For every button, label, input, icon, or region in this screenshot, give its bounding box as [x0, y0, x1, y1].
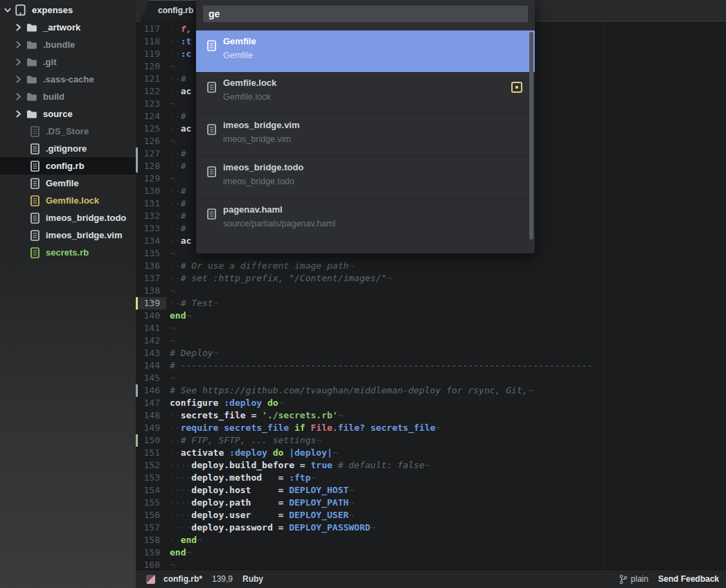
overlay-scrollbar[interactable]: [529, 32, 533, 240]
code-line-137[interactable]: 137··# set :http_prefix, "/Content/image…: [136, 272, 726, 285]
code-line-159[interactable]: 159end¬: [136, 546, 726, 559]
line-number: 123: [136, 98, 166, 110]
sidebar-item-label: Gemfile.lock: [46, 195, 99, 206]
line-text: ··#: [170, 210, 191, 222]
line-number: 132: [136, 210, 166, 222]
sidebar-item-imeos-bridge-vim[interactable]: imeos_bridge.vim: [0, 226, 136, 244]
chevron-right-icon[interactable]: [15, 41, 22, 48]
code-line-149[interactable]: 149··require secrets_file if File.file? …: [136, 422, 726, 434]
sidebar-item-build[interactable]: build: [0, 88, 136, 105]
result-title: Gemfile.lock: [223, 78, 276, 88]
code-line-151[interactable]: 151··activate :deploy do |deploy|¬: [136, 447, 726, 459]
chevron-right-icon[interactable]: [15, 75, 22, 83]
line-number: 125: [136, 123, 166, 135]
sidebar-item-source[interactable]: source: [0, 105, 136, 123]
code-line-142[interactable]: 142¬: [136, 335, 726, 347]
sidebar-item-imeos-bridge-todo[interactable]: imeos_bridge.todo: [0, 209, 136, 226]
code-line-158[interactable]: 158··end¬: [136, 534, 726, 546]
line-text: ····deploy.host = DEPLOY_HOST¬: [170, 484, 354, 497]
folder-icon: [26, 92, 37, 101]
document-icon: [30, 178, 39, 189]
document-icon: [207, 82, 216, 96]
gutter-change-marker: [136, 160, 138, 172]
folder-icon: [26, 40, 37, 49]
code-line-160[interactable]: 160¬: [136, 559, 726, 570]
code-line-154[interactable]: 154····deploy.host = DEPLOY_HOST¬: [136, 484, 726, 497]
line-number: 128: [136, 160, 166, 172]
chevron-right-icon[interactable]: [15, 58, 22, 66]
line-number: 129: [136, 172, 166, 185]
code-line-147[interactable]: 147configure :deploy do¬: [136, 397, 726, 409]
line-number: 157: [136, 522, 166, 534]
code-line-148[interactable]: 148··secrets_file = './secrets.rb'¬: [136, 409, 726, 422]
statusbar-branch-label[interactable]: plain: [631, 574, 648, 584]
fuzzy-result-imeos-bridge-vim[interactable]: imeos_bridge.vimimeos_bridge.vim: [196, 114, 535, 156]
fuzzy-finder-input[interactable]: [203, 6, 528, 22]
sidebar-item-label: config.rb: [46, 161, 85, 171]
result-path: Gemfile: [223, 51, 253, 60]
fuzzy-finder-results: GemfileGemfileGemfile.lockGemfile.lockim…: [196, 30, 535, 240]
line-text: ··#: [170, 110, 191, 123]
sidebar-item-label: .bundle: [43, 39, 75, 50]
line-text: ··:c: [170, 48, 191, 60]
sidebar-item--bundle[interactable]: .bundle: [0, 36, 136, 53]
line-number: 147: [136, 397, 166, 409]
code-line-144[interactable]: 144# -----------------------------------…: [136, 359, 726, 372]
line-text: ····deploy.method = :ftp¬: [170, 472, 316, 484]
code-line-143[interactable]: 143# Deploy¬: [136, 347, 726, 359]
line-text: ··# Or use a different image path¬: [170, 260, 354, 272]
sidebar-item--gitignore[interactable]: .gitignore: [0, 140, 136, 157]
chevron-right-icon[interactable]: [15, 93, 22, 100]
line-text: ··#: [170, 197, 191, 210]
result-title: pagenav.haml: [223, 204, 283, 215]
code-line-146[interactable]: 146# See https://github.com/tvaughan/mid…: [136, 384, 726, 397]
tab-config-rb[interactable]: config.rb: [140, 0, 204, 21]
fuzzy-result-gemfile-lock[interactable]: Gemfile.lockGemfile.lock: [196, 72, 535, 114]
code-line-140[interactable]: 140end¬: [136, 310, 726, 322]
sidebar-item--sass-cache[interactable]: .sass-cache: [0, 71, 136, 88]
line-text: ¬: [170, 98, 175, 110]
code-line-152[interactable]: 152····deploy.build_before = true # defa…: [136, 459, 726, 472]
code-line-138[interactable]: 138¬: [136, 285, 726, 297]
chevron-down-icon[interactable]: [4, 8, 11, 13]
sidebar-item-config-rb[interactable]: config.rb: [0, 157, 136, 175]
result-path: Gemfile.lock: [223, 92, 271, 102]
code-line-145[interactable]: 145¬: [136, 372, 726, 384]
fuzzy-result-gemfile[interactable]: GemfileGemfile: [196, 30, 535, 72]
line-number: 152: [136, 459, 166, 472]
sidebar-item-label: _artwork: [43, 22, 80, 33]
code-line-157[interactable]: 157····deploy.password = DEPLOY_PASSWORD…: [136, 522, 726, 534]
gutter-change-marker: [136, 434, 138, 447]
code-line-153[interactable]: 153····deploy.method = :ftp¬: [136, 472, 726, 484]
sidebar-item-secrets-rb[interactable]: secrets.rb: [0, 244, 136, 261]
fuzzy-result-imeos-bridge-todo[interactable]: imeos_bridge.todoimeos_bridge.todo: [196, 156, 535, 198]
sidebar-item--artwork[interactable]: _artwork: [0, 19, 136, 36]
sidebar-item--git[interactable]: .git: [0, 53, 136, 71]
document-icon: [207, 40, 216, 54]
document-icon: [30, 213, 39, 224]
send-feedback-button[interactable]: Send Feedback: [658, 574, 719, 584]
line-text: end¬: [170, 546, 191, 559]
line-number: 139: [136, 297, 166, 310]
code-line-136[interactable]: 136··# Or use a different image path¬: [136, 260, 726, 272]
fuzzy-finder-overlay: GemfileGemfileGemfile.lockGemfile.lockim…: [196, 0, 535, 253]
document-icon: [30, 247, 39, 258]
document-icon: [30, 126, 39, 137]
chevron-right-icon[interactable]: [15, 24, 22, 31]
fuzzy-result-pagenav-haml[interactable]: pagenav.hamlsource/partials/pagenav.haml: [196, 198, 535, 240]
code-line-156[interactable]: 156····deploy.user = DEPLOY_USER¬: [136, 509, 726, 522]
statusbar-language[interactable]: Ruby: [242, 574, 263, 584]
line-number: 156: [136, 509, 166, 522]
sidebar-item-gemfile-lock[interactable]: Gemfile.lock: [0, 192, 136, 209]
chevron-right-icon[interactable]: [15, 110, 22, 118]
line-number: 120: [136, 60, 166, 73]
code-line-141[interactable]: 141¬: [136, 322, 726, 335]
code-line-150[interactable]: 150··# FTP, SFTP, ... settings¬: [136, 434, 726, 447]
sidebar-item-gemfile[interactable]: Gemfile: [0, 175, 136, 192]
code-line-139[interactable]: 139··# Test¬: [136, 297, 726, 310]
code-line-155[interactable]: 155····deploy.path = DEPLOY_PATH¬: [136, 497, 726, 509]
document-icon: [30, 195, 39, 206]
project-root-expenses[interactable]: expenses: [0, 1, 136, 19]
line-text: ··end¬: [170, 534, 202, 546]
sidebar-item--ds-store[interactable]: .DS_Store: [0, 123, 136, 140]
